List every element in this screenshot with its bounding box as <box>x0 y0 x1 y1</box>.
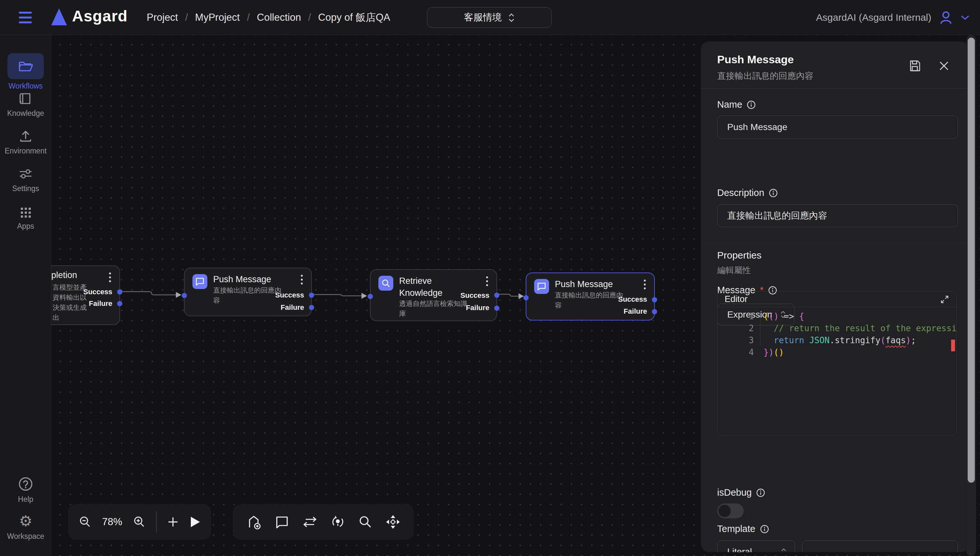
node-retrieve-knowledge[interactable]: Retrieve Knowledge 透過自然語言檢索知識庫 Success F… <box>370 269 497 321</box>
info-icon[interactable] <box>769 189 778 197</box>
isdebug-label: isDebug <box>717 487 752 498</box>
page-scrollbar[interactable] <box>966 35 976 556</box>
account-name: AsgardAI (Asgard Internal) <box>816 12 931 23</box>
account-chevron-down-icon[interactable] <box>961 15 970 21</box>
port-failure-dot[interactable] <box>652 309 657 314</box>
fit-view-icon[interactable] <box>385 514 400 529</box>
scrollbar-thumb[interactable] <box>968 38 975 483</box>
environment-selector[interactable]: 客服情境 <box>427 7 551 28</box>
port-failure-dot[interactable] <box>494 305 500 311</box>
node-title: Push Message <box>555 278 613 290</box>
zoom-out-icon[interactable] <box>79 516 92 529</box>
chevron-updown-icon <box>781 548 786 553</box>
template-value-input[interactable] <box>802 540 958 552</box>
port-success-label: Success <box>275 291 304 299</box>
upload-icon <box>19 129 32 143</box>
grid-icon <box>19 205 32 218</box>
template-type-select[interactable]: Literal <box>717 540 795 552</box>
port-failure-label: Failure <box>89 299 112 308</box>
port-success-dot[interactable] <box>652 297 657 302</box>
sidebar-item-label: Environment <box>5 147 47 155</box>
canvas-tools-toolbar <box>233 504 414 540</box>
port-failure-dot[interactable] <box>117 301 122 306</box>
run-button[interactable] <box>189 516 201 528</box>
top-navbar: Asgard Project / MyProject / Collection … <box>0 0 980 35</box>
expand-icon[interactable] <box>940 295 949 304</box>
port-success-dot[interactable] <box>117 289 122 294</box>
breadcrumb: Project / MyProject / Collection / Copy … <box>147 0 390 35</box>
zoom-toolbar: 78% <box>68 504 211 540</box>
add-button[interactable] <box>167 516 179 528</box>
toolbar-divider <box>156 511 157 533</box>
asgard-logo-icon <box>51 8 67 25</box>
sidebar-item-apps[interactable]: Apps <box>0 204 51 231</box>
info-icon[interactable] <box>756 488 765 497</box>
node-title: pletion <box>51 269 77 281</box>
template-label: Template <box>717 524 755 534</box>
sidebar-item-workflows[interactable]: Workflows <box>0 53 51 91</box>
port-success-dot[interactable] <box>309 293 314 298</box>
node-push-message-2[interactable]: Push Message 直接輸出訊息的回應內容 Success Failure <box>526 273 655 320</box>
sidebar-item-label: Help <box>18 495 33 504</box>
help-icon <box>18 477 33 491</box>
folder-icon <box>18 60 33 73</box>
port-failure-label: Failure <box>624 307 647 316</box>
isdebug-toggle[interactable] <box>717 503 744 518</box>
info-icon[interactable] <box>747 100 756 109</box>
add-node-icon[interactable] <box>246 514 261 529</box>
properties-subtitle: 編輯屬性 <box>717 265 751 276</box>
zoom-in-icon[interactable] <box>133 516 146 529</box>
save-icon[interactable] <box>909 60 921 72</box>
auto-layout-icon[interactable] <box>331 515 345 529</box>
sidebar-item-workspace[interactable]: ⚙ Workspace <box>0 512 51 541</box>
port-failure-dot[interactable] <box>309 305 314 310</box>
input-port-dot[interactable] <box>182 293 187 298</box>
info-icon[interactable] <box>760 525 769 533</box>
panel-title: Push Message <box>717 53 794 66</box>
left-sidebar: Workflows Knowledge Environment Settings… <box>0 35 51 556</box>
node-menu-icon[interactable] <box>301 275 303 284</box>
node-title: Push Message <box>213 273 271 286</box>
close-icon[interactable] <box>938 60 949 71</box>
sidebar-item-knowledge[interactable]: Knowledge <box>0 91 51 118</box>
node-menu-icon[interactable] <box>644 280 646 289</box>
breadcrumb-myproject[interactable]: MyProject <box>195 12 240 23</box>
search-icon[interactable] <box>358 515 372 529</box>
node-desc-line: 出 <box>53 312 59 322</box>
name-input[interactable]: Push Message <box>717 115 958 139</box>
node-menu-icon[interactable] <box>486 276 488 286</box>
zoom-level: 78% <box>102 516 122 528</box>
breadcrumb-project[interactable]: Project <box>147 12 178 23</box>
input-port-dot[interactable] <box>368 294 373 299</box>
account-area: AsgardAI (Asgard Internal) <box>816 0 970 35</box>
search-node-icon <box>378 276 393 291</box>
sidebar-item-settings[interactable]: Settings <box>0 166 51 193</box>
gear-icon: ⚙ <box>19 514 32 529</box>
node-desc: 直接輸出訊息的回應內容 <box>213 285 284 305</box>
port-success-dot[interactable] <box>494 293 500 298</box>
port-success-label: Success <box>83 288 112 296</box>
input-port-dot[interactable] <box>524 295 529 301</box>
panel-subtitle: 直接輸出訊息的回應內容 <box>717 70 813 82</box>
hamburger-menu-icon[interactable] <box>19 9 33 26</box>
node-push-message-1[interactable]: Push Message 直接輸出訊息的回應內容 Success Failure <box>184 268 312 316</box>
description-input[interactable]: 直接輸出訊息的回應內容 <box>717 204 958 227</box>
sidebar-item-label: Knowledge <box>7 109 44 118</box>
sidebar-item-environment[interactable]: Environment <box>0 128 51 155</box>
breadcrumb-collection[interactable]: Collection <box>257 12 301 23</box>
editor-code[interactable]: (() => { // return the result of the exp… <box>763 310 957 359</box>
template-type-value: Literal <box>727 546 752 552</box>
error-marker <box>951 339 955 351</box>
user-icon[interactable] <box>938 10 953 25</box>
environment-selector-label: 客服情境 <box>464 11 502 24</box>
port-success-label: Success <box>618 295 647 304</box>
name-label: Name <box>717 99 742 110</box>
port-failure-label: Failure <box>466 304 489 312</box>
breadcrumb-current[interactable]: Copy of 飯店QA <box>318 11 390 24</box>
sidebar-item-help[interactable]: Help <box>0 475 51 504</box>
code-editor[interactable]: Editor 1234 (() => { // return the resul… <box>717 291 957 435</box>
node-desc-line: 決策或生成 <box>53 302 87 312</box>
comment-icon[interactable] <box>275 515 289 529</box>
node-menu-icon[interactable] <box>109 273 111 282</box>
swap-arrows-icon[interactable] <box>302 516 317 528</box>
